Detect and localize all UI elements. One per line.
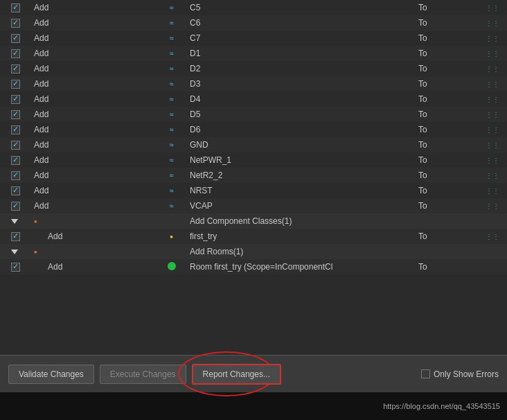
name-cell: VCAP — [187, 198, 416, 213]
to-cell: To — [416, 61, 478, 76]
status-dots: ⋮⋮ — [486, 65, 499, 73]
table-row: Add≈D5To⋮⋮ — [0, 107, 507, 122]
net-icon: ≈ — [169, 64, 173, 73]
status-dots: ⋮⋮ — [486, 157, 499, 164]
group-folder-icon: ▪ — [34, 247, 37, 257]
row-checkbox[interactable] — [11, 19, 20, 28]
status-dots: ⋮⋮ — [486, 187, 499, 195]
to-cell: To — [416, 76, 478, 91]
to-cell: To — [416, 168, 478, 183]
action-cell: Add — [31, 183, 156, 198]
row-checkbox[interactable] — [11, 95, 20, 104]
group-row: ▪ Add Rooms(1) — [0, 244, 507, 259]
table-row: Add≈D1To⋮⋮ — [0, 46, 507, 61]
table-row: Add≈GNDTo⋮⋮ — [0, 137, 507, 152]
name-cell: first_try — [187, 229, 416, 244]
status-dots: ⋮⋮ — [486, 19, 499, 27]
row-checkbox[interactable] — [11, 202, 20, 211]
execute-button[interactable]: Execute Changes — [100, 365, 186, 384]
action-cell: Add — [31, 122, 156, 137]
row-checkbox[interactable] — [11, 171, 20, 180]
action-cell: Add — [31, 229, 156, 244]
action-cell: Add — [31, 91, 156, 107]
name-cell: D4 — [187, 91, 416, 107]
url-text: https://blog.csdn.net/qq_43543515 — [383, 402, 500, 410]
row-checkbox[interactable] — [11, 34, 20, 43]
table-row: Add▪first_tryTo⋮⋮ — [0, 229, 507, 244]
net-icon: ≈ — [169, 34, 173, 42]
action-cell: Add — [31, 46, 156, 61]
action-cell: Add — [31, 76, 156, 91]
validate-button[interactable]: Validate Changes — [8, 365, 94, 384]
action-cell: Add — [31, 152, 156, 168]
name-cell: D5 — [187, 107, 416, 122]
table-row: Add≈D2To⋮⋮ — [0, 61, 507, 76]
only-errors-label[interactable]: Only Show Errors — [421, 369, 499, 379]
status-dots: ⋮⋮ — [486, 80, 499, 88]
row-checkbox[interactable] — [11, 141, 20, 150]
row-checkbox[interactable] — [11, 232, 20, 241]
row-checkbox[interactable] — [11, 156, 20, 165]
table-row: AddRoom first_try (Scope=InComponentClTo — [0, 259, 507, 274]
net-icon: ≈ — [169, 156, 173, 164]
net-icon: ≈ — [169, 125, 173, 134]
net-icon: ≈ — [169, 80, 173, 88]
report-button-wrapper: Report Changes... — [192, 364, 281, 385]
bottom-bar: https://blog.csdn.net/qq_43543515 — [0, 392, 507, 420]
name-cell: C7 — [187, 30, 416, 46]
to-cell: To — [416, 0, 478, 15]
action-cell: Add — [31, 259, 156, 274]
row-checkbox[interactable] — [11, 110, 20, 119]
to-cell: To — [416, 137, 478, 152]
net-icon: ≈ — [169, 19, 173, 27]
action-cell: Add — [31, 168, 156, 183]
name-cell: Room first_try (Scope=InComponentCl — [187, 259, 416, 274]
name-cell: D6 — [187, 122, 416, 137]
toolbar: Validate Changes Execute Changes Report … — [0, 355, 507, 392]
to-cell: To — [416, 30, 478, 46]
table-row: Add≈C7To⋮⋮ — [0, 30, 507, 46]
group-row: ▪ Add Component Classes(1) — [0, 213, 507, 229]
action-cell: Add — [31, 15, 156, 30]
status-dots: ⋮⋮ — [486, 233, 499, 240]
report-button[interactable]: Report Changes... — [192, 364, 281, 385]
to-cell: To — [416, 46, 478, 61]
to-cell: To — [416, 183, 478, 198]
row-checkbox[interactable] — [11, 80, 20, 89]
table-row: Add≈C6To⋮⋮ — [0, 15, 507, 30]
name-cell: D1 — [187, 46, 416, 61]
action-cell: Add — [31, 61, 156, 76]
table-area: Add≈C5To⋮⋮Add≈C6To⋮⋮Add≈C7To⋮⋮Add≈D1To⋮⋮… — [0, 0, 507, 355]
row-checkbox[interactable] — [11, 263, 20, 272]
collapse-triangle-icon[interactable] — [11, 219, 18, 224]
row-checkbox[interactable] — [11, 49, 20, 58]
to-cell: To — [416, 152, 478, 168]
net-icon: ≈ — [169, 141, 173, 149]
main-container: Add≈C5To⋮⋮Add≈C6To⋮⋮Add≈C7To⋮⋮Add≈D1To⋮⋮… — [0, 0, 507, 420]
to-cell: To — [416, 259, 478, 274]
changes-table: Add≈C5To⋮⋮Add≈C6To⋮⋮Add≈C7To⋮⋮Add≈D1To⋮⋮… — [0, 0, 507, 274]
to-cell: To — [416, 122, 478, 137]
status-dots: ⋮⋮ — [486, 111, 499, 119]
only-errors-checkbox[interactable] — [421, 369, 430, 378]
net-icon: ≈ — [169, 110, 173, 119]
to-cell: To — [416, 198, 478, 213]
table-row: Add≈D6To⋮⋮ — [0, 122, 507, 137]
table-row: Add≈D3To⋮⋮ — [0, 76, 507, 91]
group-label: Add Rooms(1) — [187, 244, 507, 259]
table-row: Add≈D4To⋮⋮ — [0, 91, 507, 107]
status-dots: ⋮⋮ — [486, 126, 499, 134]
net-icon: ≈ — [169, 202, 173, 210]
only-errors-text: Only Show Errors — [434, 369, 499, 379]
row-checkbox[interactable] — [11, 64, 20, 73]
table-row: Add≈NRSTTo⋮⋮ — [0, 183, 507, 198]
row-checkbox[interactable] — [11, 125, 20, 134]
collapse-triangle-icon[interactable] — [11, 250, 18, 254]
row-checkbox[interactable] — [11, 3, 20, 12]
name-cell: C6 — [187, 15, 416, 30]
status-dots: ⋮⋮ — [486, 35, 499, 42]
table-row: Add≈NetPWR_1To⋮⋮ — [0, 152, 507, 168]
to-cell: To — [416, 107, 478, 122]
row-checkbox[interactable] — [11, 186, 20, 195]
table-scroll[interactable]: Add≈C5To⋮⋮Add≈C6To⋮⋮Add≈C7To⋮⋮Add≈D1To⋮⋮… — [0, 0, 507, 355]
